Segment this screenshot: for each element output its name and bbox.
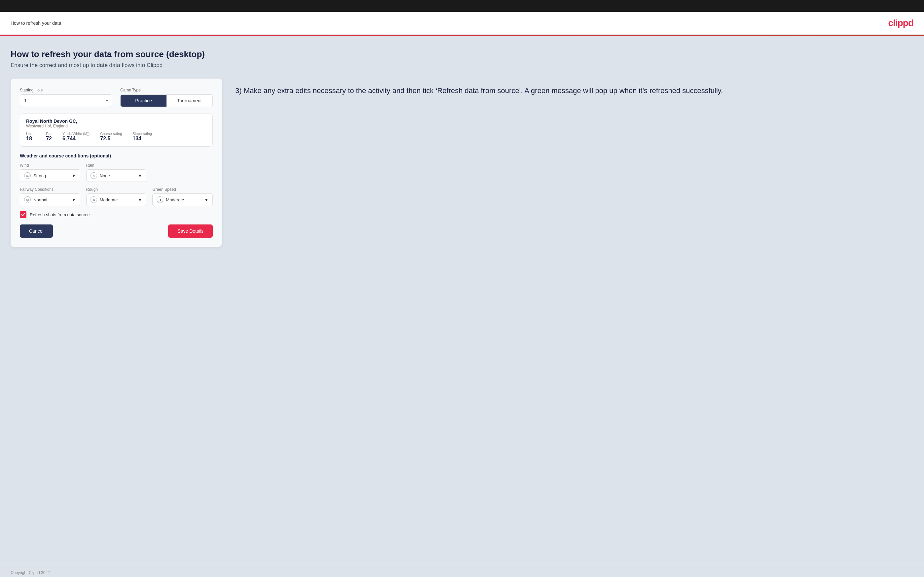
rain-value: None bbox=[100, 173, 110, 178]
fairway-group: Fairway Conditions ◎ Normal ▼ bbox=[20, 187, 80, 206]
rough-group: Rough ❋ Moderate ▼ bbox=[86, 187, 147, 206]
course-rating-label: Course rating bbox=[100, 132, 122, 136]
fairway-select[interactable]: ◎ Normal ▼ bbox=[20, 193, 80, 206]
refresh-checkbox-label: Refresh shots from data source bbox=[30, 212, 89, 217]
button-row: Cancel Save Details bbox=[20, 224, 213, 238]
rough-chevron-icon: ▼ bbox=[138, 197, 142, 202]
main-content: How to refresh your data from source (de… bbox=[0, 36, 924, 564]
fairway-value: Normal bbox=[33, 197, 47, 202]
wind-label: Wind bbox=[20, 163, 80, 168]
par-value: 72 bbox=[46, 136, 52, 142]
green-speed-chevron-icon: ▼ bbox=[204, 197, 208, 202]
yards-stat: Yards/White (M)) 6,744 bbox=[63, 132, 89, 142]
rain-group: Rain ✳ None ▼ bbox=[86, 163, 147, 182]
yards-value: 6,744 bbox=[63, 136, 89, 142]
starting-hole-select[interactable]: 1 bbox=[20, 94, 112, 107]
course-name: Royal North Devon GC, bbox=[26, 119, 207, 124]
practice-button[interactable]: Practice bbox=[121, 95, 166, 106]
game-type-group: Game Type Practice Tournament bbox=[120, 88, 213, 107]
game-type-label: Game Type bbox=[120, 88, 213, 92]
rough-select[interactable]: ❋ Moderate ▼ bbox=[86, 193, 147, 206]
slope-rating-label: Slope rating bbox=[132, 132, 152, 136]
starting-hole-label: Starting Hole bbox=[20, 88, 112, 92]
weather-section-title: Weather and course conditions (optional) bbox=[20, 153, 213, 158]
par-label: Par bbox=[46, 132, 52, 136]
save-button[interactable]: Save Details bbox=[168, 224, 213, 238]
par-stat: Par 72 bbox=[46, 132, 52, 142]
green-speed-select[interactable]: ◑ Moderate ▼ bbox=[152, 193, 213, 206]
course-info-box: Royal North Devon GC, Westward Ho!, Engl… bbox=[20, 114, 213, 147]
sidebar-text: 3) Make any extra edits necessary to the… bbox=[235, 79, 913, 96]
cancel-button[interactable]: Cancel bbox=[20, 224, 53, 238]
sidebar-description: 3) Make any extra edits necessary to the… bbox=[235, 85, 913, 96]
green-speed-value: Moderate bbox=[166, 197, 184, 202]
rough-label: Rough bbox=[86, 187, 147, 192]
rain-chevron-icon: ▼ bbox=[138, 173, 142, 178]
content-area: Starting Hole 1 ▼ Game Type Practice Tou… bbox=[11, 79, 913, 247]
refresh-checkbox-row: Refresh shots from data source bbox=[20, 211, 213, 218]
header: How to refresh your data clippd bbox=[0, 12, 924, 35]
rough-value: Moderate bbox=[100, 197, 118, 202]
course-rating-value: 72.5 bbox=[100, 136, 122, 142]
rain-icon: ✳ bbox=[90, 172, 97, 179]
header-title: How to refresh your data bbox=[11, 21, 61, 26]
course-location: Westward Ho!, England bbox=[26, 124, 207, 128]
fairway-chevron-icon: ▼ bbox=[72, 197, 76, 202]
wind-select[interactable]: ≋ Strong ▼ bbox=[20, 169, 80, 182]
rough-icon: ❋ bbox=[90, 197, 97, 203]
green-speed-group: Green Speed ◑ Moderate ▼ bbox=[152, 187, 213, 206]
fairway-label: Fairway Conditions bbox=[20, 187, 80, 192]
form-card: Starting Hole 1 ▼ Game Type Practice Tou… bbox=[11, 79, 222, 247]
holes-stat: Holes 18 bbox=[26, 132, 36, 142]
logo: clippd bbox=[888, 18, 913, 28]
tournament-button[interactable]: Tournament bbox=[166, 95, 212, 106]
footer-text: Copyright Clippd 2022 bbox=[11, 571, 50, 575]
yards-label: Yards/White (M)) bbox=[63, 132, 89, 136]
game-type-toggle: Practice Tournament bbox=[120, 94, 213, 107]
starting-hole-group: Starting Hole 1 ▼ bbox=[20, 88, 112, 107]
slope-rating-value: 134 bbox=[132, 136, 152, 142]
wind-icon: ≋ bbox=[24, 172, 31, 179]
course-rating-stat: Course rating 72.5 bbox=[100, 132, 122, 142]
wind-group: Wind ≋ Strong ▼ bbox=[20, 163, 80, 182]
page-heading: How to refresh your data from source (de… bbox=[11, 49, 913, 60]
holes-label: Holes bbox=[26, 132, 36, 136]
page-subheading: Ensure the correct and most up to date d… bbox=[11, 62, 913, 69]
rain-label: Rain bbox=[86, 163, 147, 168]
green-speed-label: Green Speed bbox=[152, 187, 213, 192]
slope-rating-stat: Slope rating 134 bbox=[132, 132, 152, 142]
refresh-checkbox[interactable] bbox=[20, 211, 26, 218]
fairway-icon: ◎ bbox=[24, 197, 31, 203]
wind-value: Strong bbox=[33, 173, 46, 178]
top-bar bbox=[0, 0, 924, 12]
course-stats: Holes 18 Par 72 Yards/White (M)) 6,744 C… bbox=[26, 132, 207, 142]
holes-value: 18 bbox=[26, 136, 36, 142]
wind-chevron-icon: ▼ bbox=[72, 173, 76, 178]
green-speed-icon: ◑ bbox=[157, 197, 163, 203]
rain-select[interactable]: ✳ None ▼ bbox=[86, 169, 147, 182]
footer: Copyright Clippd 2022 bbox=[0, 564, 924, 577]
